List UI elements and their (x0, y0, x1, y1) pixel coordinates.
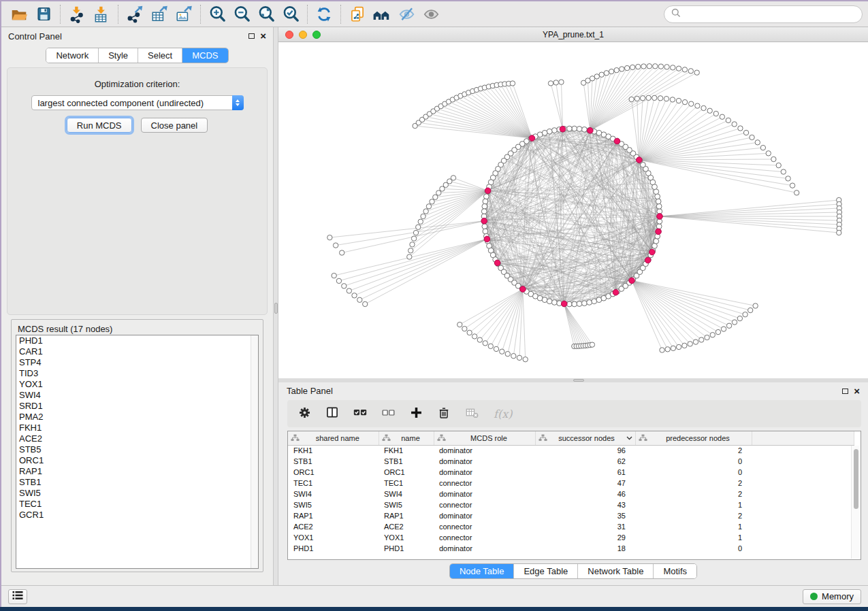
export-image-button[interactable] (172, 3, 196, 25)
refresh-button[interactable] (312, 3, 336, 25)
table-cell[interactable]: 96 (535, 445, 635, 456)
table-scrollbar[interactable] (851, 446, 860, 559)
network-graph[interactable] (278, 42, 868, 378)
column-header[interactable]: successor nodes (535, 431, 635, 445)
run-mcds-button[interactable]: Run MCDS (67, 118, 132, 133)
mcds-result-item[interactable]: YOX1 (16, 379, 258, 390)
mcds-result-item[interactable]: STB5 (16, 444, 258, 455)
table-cell[interactable]: 29 (535, 532, 635, 543)
horizontal-splitter[interactable] (278, 378, 868, 382)
tab-network-table[interactable]: Network Table (578, 564, 654, 578)
table-settings-button[interactable] (295, 405, 313, 423)
task-history-button[interactable] (8, 589, 27, 604)
table-cell[interactable]: 2 (635, 445, 752, 456)
mcds-result-item[interactable]: SWI4 (16, 390, 258, 401)
close-table-panel-icon[interactable]: × (854, 388, 860, 395)
table-cell[interactable]: RAP1 (379, 510, 434, 521)
create-column-button[interactable] (407, 405, 425, 423)
tab-select[interactable]: Select (138, 48, 182, 63)
mcds-result-item[interactable]: STB1 (16, 477, 258, 488)
mcds-result-list[interactable]: PHD1CAR1STP4TID3YOX1SWI4SRD1PMA2FKH1ACE2… (16, 335, 259, 569)
tab-network[interactable]: Network (46, 48, 99, 63)
table-cell[interactable]: TEC1 (288, 478, 379, 489)
tab-node-table[interactable]: Node Table (450, 564, 515, 578)
table-cell[interactable]: connector (434, 499, 535, 510)
table-cell[interactable]: 18 (535, 543, 635, 554)
table-cell[interactable]: ACE2 (379, 521, 434, 532)
table-row[interactable]: ACE2ACE2connector311 (288, 521, 854, 532)
table-scrollbar-thumb[interactable] (854, 449, 858, 509)
table-cell[interactable]: STB1 (379, 456, 434, 467)
table-row[interactable]: SWI5SWI5connector431 (288, 499, 854, 510)
mcds-result-item[interactable]: GCR1 (16, 510, 258, 521)
mcds-result-item[interactable]: STP4 (16, 357, 258, 368)
close-panel-icon[interactable]: × (260, 33, 266, 39)
mcds-result-item[interactable]: ACE2 (16, 433, 258, 444)
table-cell[interactable]: 47 (535, 478, 635, 489)
column-header[interactable]: MCDS role (434, 431, 535, 445)
zoom-selected-button[interactable] (278, 3, 303, 25)
table-cell[interactable]: dominator (434, 489, 535, 499)
mcds-result-item[interactable]: RAP1 (16, 466, 258, 477)
first-neighbors-button[interactable] (370, 3, 394, 25)
mcds-result-item[interactable]: TID3 (16, 368, 258, 379)
clone-network-button[interactable] (345, 3, 370, 25)
table-cell[interactable]: ORC1 (379, 467, 434, 478)
table-cell[interactable]: connector (434, 532, 535, 543)
table-cell[interactable]: 0 (635, 543, 752, 554)
column-header[interactable]: predecessor nodes (635, 431, 752, 445)
table-cell[interactable]: dominator (434, 543, 535, 554)
table-cell[interactable]: dominator (434, 445, 535, 456)
table-cell[interactable]: connector (434, 478, 535, 489)
table-cell[interactable]: PHD1 (288, 543, 379, 554)
mcds-result-item[interactable]: ORC1 (16, 455, 258, 466)
table-cell[interactable]: 61 (535, 467, 635, 478)
table-cell[interactable]: YOX1 (379, 532, 434, 543)
mcds-result-item[interactable]: PHD1 (16, 335, 258, 346)
table-cell[interactable]: connector (434, 521, 535, 532)
table-row[interactable]: SWI4SWI4dominator462 (288, 489, 854, 499)
table-row[interactable]: FKH1FKH1dominator962 (288, 445, 854, 456)
zoom-out-button[interactable] (229, 3, 254, 25)
tab-style[interactable]: Style (99, 48, 138, 63)
import-network-button[interactable] (65, 3, 89, 25)
table-cell[interactable]: 46 (535, 489, 635, 499)
table-cell[interactable]: 2 (635, 478, 752, 489)
table-cell[interactable]: TEC1 (379, 478, 434, 489)
close-panel-button[interactable]: Close panel (141, 118, 208, 133)
table-cell[interactable]: dominator (434, 456, 535, 467)
splitter-handle[interactable] (274, 303, 278, 314)
table-cell[interactable]: SWI4 (288, 489, 379, 499)
tab-edge-table[interactable]: Edge Table (514, 564, 578, 578)
table-cell[interactable]: 43 (535, 499, 635, 510)
save-session-button[interactable] (31, 3, 56, 25)
table-cell[interactable]: dominator (434, 467, 535, 478)
table-cell[interactable]: SWI4 (379, 489, 434, 499)
mcds-result-item[interactable]: PMA2 (16, 412, 258, 423)
search-input[interactable] (685, 10, 855, 19)
table-row[interactable]: YOX1YOX1connector291 (288, 532, 854, 543)
export-table-button[interactable] (147, 3, 172, 25)
memory-button[interactable]: Memory (803, 589, 861, 604)
table-cell[interactable]: SWI5 (379, 499, 434, 510)
criterion-select[interactable]: largest connected component (undirected) (31, 95, 244, 110)
table-row[interactable]: RAP1RAP1dominator352 (288, 510, 854, 521)
table-cell[interactable]: 0 (635, 467, 752, 478)
select-all-columns-button[interactable] (351, 405, 369, 423)
delete-column-button[interactable] (435, 405, 453, 423)
column-header[interactable]: name (379, 431, 434, 445)
search-box[interactable] (664, 5, 863, 23)
table-row[interactable]: TEC1TEC1connector472 (288, 478, 854, 489)
table-cell[interactable]: FKH1 (379, 445, 434, 456)
table-cell[interactable]: 0 (635, 456, 752, 467)
table-cell[interactable]: STB1 (288, 456, 379, 467)
table-row[interactable]: ORC1ORC1dominator610 (288, 467, 854, 478)
table-cell[interactable]: dominator (434, 510, 535, 521)
table-cell[interactable]: 1 (635, 532, 752, 543)
mcds-result-item[interactable]: CAR1 (16, 346, 258, 357)
vertical-splitter[interactable] (273, 27, 278, 585)
network-canvas[interactable] (278, 42, 868, 378)
hide-selected-button[interactable] (394, 3, 419, 25)
float-panel-icon[interactable] (248, 33, 255, 39)
table-cell[interactable]: 62 (535, 456, 635, 467)
